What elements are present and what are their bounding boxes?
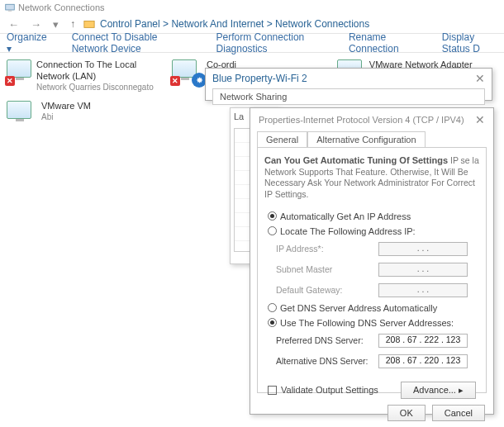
nav-bar: ← → ▾ ↑ Control Panel > Network And Inte… [0,15,504,33]
label-validate: Validate Output Settings [281,385,378,395]
connect-action[interactable]: Connect To Disable Network Device [72,31,192,55]
connection-name: VMware VM [41,101,91,112]
advance-button[interactable]: Advance... ▸ [401,382,476,399]
folder-icon [83,18,95,30]
up-button[interactable]: ↑ [67,17,78,31]
cancel-button[interactable]: Cancel [432,405,485,421]
input-ip-address[interactable]: . . . [378,242,468,256]
connection-status: Abi [41,112,91,123]
ipv4-body: Can You Get Automatic Tuning Of Settings… [257,147,487,393]
input-pref-dns[interactable]: 208 . 67 . 222 . 123 [378,334,468,348]
radio-icon [268,303,277,312]
window-title: Network Connections [18,2,105,12]
input-subnet[interactable]: . . . [378,263,468,277]
label-ip-address: IP Address*: [276,244,378,254]
ipv4-properties-dialog: Properties-Internet Protocol Version 4 (… [250,107,494,415]
input-alt-dns[interactable]: 208 . 67 . 220 . 123 [378,354,468,368]
radio-locate-ip[interactable]: Locate The Following Address IP: [268,226,476,236]
label-subnet: Subnet Master [276,264,378,274]
connection-status: Network Quarries Disconnegato [36,83,164,93]
rename-action[interactable]: Rename Connection [349,31,417,55]
window-titlebar: Network Connections [0,0,504,15]
svg-rect-1 [8,11,12,12]
ipv4-description: Can You Get Automatic Tuning Of Settings… [264,154,479,201]
adapter-icon: ✕⁕ [172,59,202,84]
toolbar: Organize ▾ Connect To Disable Network De… [0,33,504,53]
radio-icon [268,211,277,221]
radio-icon [268,226,277,235]
dialog-title: Blue Property-Wi-Fi 2 [212,73,307,84]
label-pref-dns: Preferred DNS Server: [276,335,378,345]
radio-use-dns[interactable]: Use The Following DNS Server Addresses: [268,318,476,328]
dialog-title: Properties-Internet Protocol Version 4 (… [259,115,464,125]
radio-icon [268,318,277,327]
label-gateway: Default Gateway: [276,285,378,295]
breadcrumb[interactable]: Control Panel > Network And Internet > N… [100,18,369,30]
close-icon[interactable]: ✕ [475,72,485,85]
ok-button[interactable]: OK [388,405,426,421]
adapter-icon: ✕ [7,59,31,84]
input-gateway[interactable]: . . . [378,283,468,297]
back-button[interactable]: ← [5,17,22,32]
svg-rect-0 [6,4,15,10]
tab-network-sharing[interactable]: Network Sharing [212,88,485,105]
svg-rect-2 [84,21,94,28]
label-alt-dns: Alternative DNS Server: [276,356,378,366]
dropdown-arrow[interactable]: ▾ [50,17,62,32]
forward-button[interactable]: → [27,17,45,32]
diagnostics-action[interactable]: Perform Connection Diagnostics [216,31,324,55]
tab-alternative[interactable]: Alternative Configuration [307,131,425,147]
connection-name: Connection To The Local Network (LAN) [36,59,164,83]
organize-menu[interactable]: Organize ▾ [7,31,47,55]
connection-item[interactable]: ✕ Connection To The Local Network (LAN)N… [7,59,164,93]
radio-auto-ip[interactable]: Automatically Get An IP Address [268,211,476,221]
status-action[interactable]: Display Status D [442,31,497,55]
network-icon [5,2,15,12]
close-icon[interactable]: ✕ [475,113,485,126]
wifi-property-dialog: Blue Property-Wi-Fi 2 ✕ Network Sharing [205,68,492,101]
connection-item[interactable]: VMware VMAbi [7,101,164,126]
tab-general[interactable]: General [257,131,307,147]
checkbox-validate[interactable] [268,386,277,395]
adapter-icon [7,101,36,126]
radio-auto-dns[interactable]: Get DNS Server Address Automatically [268,303,476,313]
